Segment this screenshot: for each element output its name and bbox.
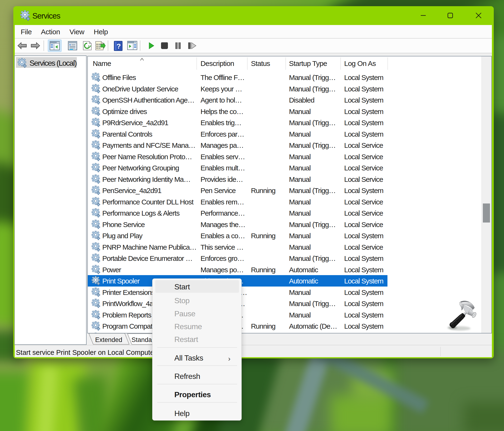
svg-text:?: ? bbox=[117, 42, 121, 50]
